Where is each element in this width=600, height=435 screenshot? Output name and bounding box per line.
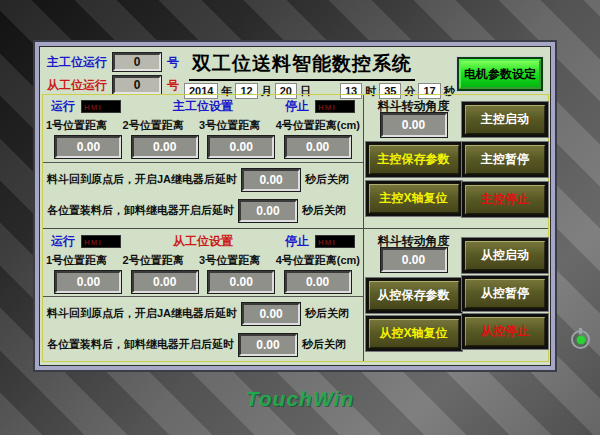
position-label: 1号位置距离 xyxy=(46,253,107,268)
position-2-distance-field[interactable]: 0.00 xyxy=(132,271,198,293)
position-2-distance-field[interactable]: 0.00 xyxy=(132,136,198,158)
slave-counter-label: 从工位运行 xyxy=(47,77,107,94)
hmi-screen-background: 主工位运行 0 号 从工位运行 0 号 双工位送料智能数控系统 2014 年 1… xyxy=(0,0,600,435)
main-station-delay-box: 料斗回到原点后，开启JA继电器后延时 0.00 秒后关闭 各位置装料后，卸料继电… xyxy=(43,164,363,228)
position-label: 4号位置距离(cm) xyxy=(276,118,360,133)
main-station-counter-row: 主工位运行 0 号 xyxy=(47,53,179,71)
position-label: 2号位置距离 xyxy=(123,118,184,133)
slave-settings-title: 从工位设置 xyxy=(127,233,279,250)
main-unload-delay-row: 各位置装料后，卸料继电器开启后延时 0.00 秒后关闭 xyxy=(43,195,363,226)
main-pause-button[interactable]: 主控暂停 xyxy=(464,144,546,175)
main-settings-title: 主工位设置 xyxy=(127,98,279,115)
slave-station-settings-box: 运行 HMI 从工位设置 停止 HMI 1号位置距离 2号位置距离 3号位置距离… xyxy=(43,230,363,297)
slave-stop-label: 停止 xyxy=(285,233,309,250)
slave-position-labels: 1号位置距离 2号位置距离 3号位置距离 4号位置距离(cm) xyxy=(43,250,363,268)
slave-station-counter-row: 从工位运行 0 号 xyxy=(47,76,179,94)
main-run-stop-row: 运行 HMI 主工位设置 停止 HMI xyxy=(43,95,363,115)
slave-hopper-angle-field[interactable]: 0.00 xyxy=(381,248,447,272)
position-label: 3号位置距离 xyxy=(199,253,260,268)
slave-stop-button[interactable]: 从控停止 xyxy=(464,316,546,347)
slave-start-button[interactable]: 从控启动 xyxy=(464,240,546,271)
right-column: 主控启动 主控暂停 主控停止 从控启动 从控暂停 从控停止 xyxy=(463,95,550,361)
slave-counter-value: 0 xyxy=(113,76,161,94)
delay-suffix: 秒后关闭 xyxy=(305,306,349,321)
hmi-panel: 主工位运行 0 号 从工位运行 0 号 双工位送料智能数控系统 2014 年 1… xyxy=(35,42,555,370)
motor-parameter-settings-button[interactable]: 电机参数设定 xyxy=(459,59,541,89)
slave-run-indicator-lamp: HMI xyxy=(81,235,121,248)
main-save-parameters-button[interactable]: 主控保存参数 xyxy=(368,144,460,175)
main-stop-label: 停止 xyxy=(285,98,309,115)
touchwin-logo: TouchWin xyxy=(0,387,600,411)
main-counter-label: 主工位运行 xyxy=(47,54,107,71)
body-area: 运行 HMI 主工位设置 停止 HMI 1号位置距离 2号位置距离 3号位置距离… xyxy=(42,94,549,362)
delay-label: 各位置装料后，卸料继电器开启后延时 xyxy=(47,337,234,352)
delay-label: 料斗回到原点后，开启JA继电器后延时 xyxy=(47,172,237,187)
main-station-settings-box: 运行 HMI 主工位设置 停止 HMI 1号位置距离 2号位置距离 3号位置距离… xyxy=(43,95,363,163)
main-start-button[interactable]: 主控启动 xyxy=(464,104,546,135)
position-4-distance-field[interactable]: 0.00 xyxy=(285,136,351,158)
delay-suffix: 秒后关闭 xyxy=(305,172,349,187)
slave-run-stop-row: 运行 HMI 从工位设置 停止 HMI xyxy=(43,230,363,250)
main-stop-indicator-lamp: HMI xyxy=(315,100,355,113)
middle-column: 料斗转动角度 0.00 主控保存参数 主控X轴复位 料斗转动角度 0.00 从控… xyxy=(364,95,463,361)
position-label: 2号位置距离 xyxy=(123,253,184,268)
position-3-distance-field[interactable]: 0.00 xyxy=(208,136,274,158)
main-counter-unit: 号 xyxy=(167,54,179,71)
position-3-distance-field[interactable]: 0.00 xyxy=(208,271,274,293)
page-title: 双工位送料智能数控系统 xyxy=(189,51,415,81)
power-status-led xyxy=(577,336,585,344)
main-counter-value: 0 xyxy=(113,53,161,71)
main-hopper-angle-field[interactable]: 0.00 xyxy=(381,113,447,137)
slave-unload-delay-field[interactable]: 0.00 xyxy=(239,334,297,356)
slave-hopper-delay-row: 料斗回到原点后，开启JA继电器后延时 0.00 秒后关闭 xyxy=(43,298,363,329)
main-stop-button[interactable]: 主控停止 xyxy=(464,184,546,215)
position-label: 4号位置距离(cm) xyxy=(276,253,360,268)
main-position-labels: 1号位置距离 2号位置距离 3号位置距离 4号位置距离(cm) xyxy=(43,115,363,133)
slave-save-parameters-button[interactable]: 从控保存参数 xyxy=(368,280,460,311)
slave-position-fields: 0.00 0.00 0.00 0.00 xyxy=(43,268,363,293)
delay-label: 料斗回到原点后，开启JA继电器后延时 xyxy=(47,306,237,321)
slave-x-axis-reset-button[interactable]: 从控X轴复位 xyxy=(368,318,460,349)
slave-counter-unit: 号 xyxy=(167,77,179,94)
position-4-distance-field[interactable]: 0.00 xyxy=(285,271,351,293)
position-label: 1号位置距离 xyxy=(46,118,107,133)
slave-run-label: 运行 xyxy=(51,233,75,250)
main-hopper-delay-row: 料斗回到原点后，开启JA继电器后延时 0.00 秒后关闭 xyxy=(43,164,363,195)
main-run-label: 运行 xyxy=(51,98,75,115)
slave-unload-delay-row: 各位置装料后，卸料继电器开启后延时 0.00 秒后关闭 xyxy=(43,329,363,360)
main-run-indicator-lamp: HMI xyxy=(81,100,121,113)
delay-label: 各位置装料后，卸料继电器开启后延时 xyxy=(47,203,234,218)
slave-stop-indicator-lamp: HMI xyxy=(315,235,355,248)
power-icon-tick xyxy=(579,328,582,334)
slave-hopper-delay-field[interactable]: 0.00 xyxy=(242,303,300,325)
delay-suffix: 秒后关闭 xyxy=(302,203,346,218)
main-unload-delay-field[interactable]: 0.00 xyxy=(239,200,297,222)
main-x-axis-reset-button[interactable]: 主控X轴复位 xyxy=(368,183,460,214)
position-1-distance-field[interactable]: 0.00 xyxy=(55,271,121,293)
main-hopper-delay-field[interactable]: 0.00 xyxy=(242,169,300,191)
main-position-fields: 0.00 0.00 0.00 0.00 xyxy=(43,133,363,158)
station-counters: 主工位运行 0 号 从工位运行 0 号 xyxy=(47,53,179,99)
slave-pause-button[interactable]: 从控暂停 xyxy=(464,278,546,309)
slave-station-delay-box: 料斗回到原点后，开启JA继电器后延时 0.00 秒后关闭 各位置装料后，卸料继电… xyxy=(43,298,363,363)
position-1-distance-field[interactable]: 0.00 xyxy=(55,136,121,158)
position-label: 3号位置距离 xyxy=(199,118,260,133)
delay-suffix: 秒后关闭 xyxy=(302,337,346,352)
power-button-icon[interactable] xyxy=(571,330,590,349)
